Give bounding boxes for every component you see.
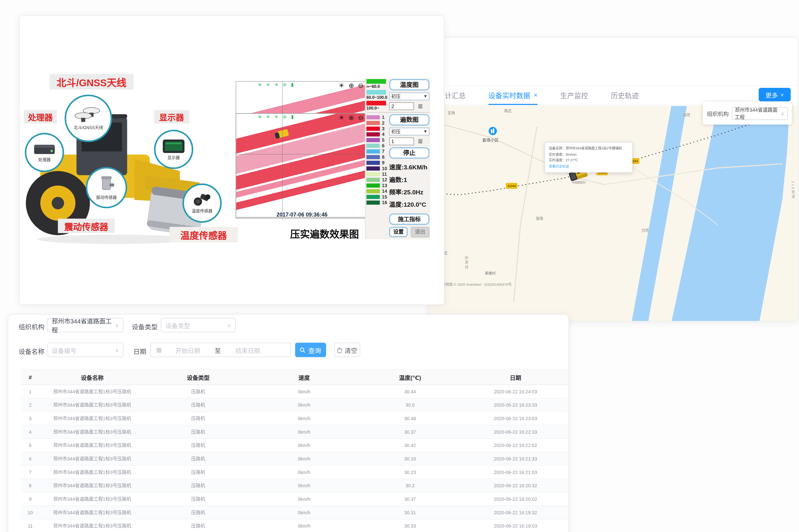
date-filter-label: 日期 <box>133 346 146 356</box>
caption-vibration-sensor: 振动传感器 <box>96 194 117 200</box>
brightness-icon[interactable]: ☀ <box>339 81 346 89</box>
table-row[interactable]: 8邳州市344省道路面工程1标3号压路机压路机0km/h30.22020-06-… <box>21 479 568 492</box>
zoom-out-icon[interactable]: ⊖ <box>358 114 365 121</box>
tooltip-temperature: 实时温度：27.27℃ <box>549 157 628 163</box>
pass-color-swatch <box>366 155 380 159</box>
more-button[interactable]: 更多 ∨ <box>759 88 791 101</box>
vibration-sensor-icon <box>97 175 116 194</box>
temp-map-button[interactable]: 温度图 <box>389 79 430 90</box>
callout-processor: 处理器 <box>24 110 57 124</box>
river-wide <box>671 106 788 321</box>
pass-color-swatch <box>366 121 380 125</box>
chevron-down-icon: ∨ <box>780 92 784 97</box>
brightness-icon[interactable]: ☀ <box>339 114 346 121</box>
compaction-screen-inset: ≋ ✳ ✳ ⊘ ▮ ☀ ⊕ ⊖ <box>235 113 382 217</box>
poi-marker[interactable] <box>489 127 497 137</box>
settings-button[interactable]: 设置 <box>389 227 408 237</box>
table-row[interactable]: 6邳州市344省道路面工程1标3号压路机压路机0km/h30.332020-06… <box>21 452 568 466</box>
tab-close-icon[interactable]: × <box>534 91 537 98</box>
callout-temperature-sensor: 温度传感器 <box>169 227 238 243</box>
zoom-out-icon[interactable]: ⊖ <box>358 81 365 89</box>
pass-map-button[interactable]: 遍数图 <box>389 114 430 126</box>
name-filter-select[interactable]: 设备编号 ∨ <box>47 343 123 357</box>
org-filter-label: 组织机构 <box>19 322 44 331</box>
table-row[interactable]: 1邳州市344省道路面工程1标3号压路机压路机0km/h30.442020-06… <box>21 385 568 398</box>
search-button[interactable]: 查询 <box>295 343 326 357</box>
tab-production-monitor[interactable]: 生产监控 <box>560 86 588 105</box>
temperature-sensor-icon <box>192 193 212 207</box>
exit-button[interactable]: 退出 <box>411 227 430 237</box>
road-label-vertical: 213省道 <box>790 181 795 199</box>
speed-readout: 速度:3.6KM/h <box>389 162 430 171</box>
temperature-scale: ∞~60.0 60.0~100.0 100.0~ <box>366 79 388 112</box>
pass-readout: 遍数:1 <box>389 175 430 184</box>
device-circle-display: 显示器 <box>154 130 193 169</box>
table-row[interactable]: 2邳州市344省道路面工程1标3号压路机压路机0km/h30.52020-06-… <box>21 398 568 412</box>
table-row[interactable]: 5邳州市344省道路面工程1标3号压路机压路机0km/h30.422020-06… <box>21 439 568 452</box>
tooltip-speed: 实时速度：0m/min <box>549 151 628 157</box>
pass-color-swatch <box>366 126 380 131</box>
place-label: 闵河 <box>683 112 690 117</box>
place-label: 力河 <box>641 227 648 232</box>
map-canvas[interactable]: 王场 陈庄 闵河 袁场村 张场 力河 魏庄 杲楼村 新栗线 213省道 S344… <box>429 106 798 321</box>
layer-input[interactable]: 2 <box>389 102 414 110</box>
compaction-stripes <box>236 114 382 217</box>
calendar-icon: ▦ <box>156 346 162 354</box>
construction-indicator-button[interactable]: 施工指标 <box>389 213 430 225</box>
pressure-stage-select[interactable]: 初压 ▼ <box>389 128 430 135</box>
table-header-row: # 设备名称 设备类型 速度 温度(℃) 日期 <box>21 369 568 385</box>
date-range-input[interactable]: ▦ 开始日期 至 结束日期 <box>150 343 291 357</box>
pass-color-swatch <box>366 189 380 193</box>
wifi-icon: ≋ <box>258 114 263 119</box>
map-panel: 统计汇总 设备实时数据 × 生产监控 历史轨迹 更多 ∨ 王场 陈庄 <box>428 37 798 322</box>
frequency-readout: 频率:25.0Hz <box>389 187 430 196</box>
org-filter-select[interactable]: 邳州市344省道路面工程 ∨ <box>47 318 123 332</box>
table-row[interactable]: 3邳州市344省道路面工程1标3号压路机压路机0km/h30.482020-06… <box>21 412 568 425</box>
satellite-icon: ✳ <box>266 82 271 88</box>
layer-input[interactable]: 1 <box>389 137 414 145</box>
dropdown-triangle-icon: ▼ <box>423 94 427 99</box>
org-select[interactable]: 邳州市344省道路面工程 ∨ <box>732 107 788 119</box>
building-icon <box>489 127 497 135</box>
temp-scale-swatch <box>366 79 386 84</box>
device-tooltip: 设备名称：邳州市344省道路面工程1标2号摊铺机 实时速度：0m/min 实时温… <box>545 142 633 172</box>
pressure-stage-select[interactable]: 初压 ▼ <box>389 93 430 100</box>
search-icon <box>300 347 305 353</box>
satellite-icon: ✳ <box>274 114 280 119</box>
table-row[interactable]: 9邳州市344省道路面工程1标3号压路机压路机0km/h30.372020-06… <box>21 492 568 506</box>
tab-history-track[interactable]: 历史轨迹 <box>611 86 639 105</box>
table-row[interactable]: 11邳州市344省道路面工程1标3号压路机压路机0km/h30.332020-0… <box>21 519 568 532</box>
history-track-link[interactable]: 查看历史轨迹 <box>549 163 628 169</box>
pass-color-swatch <box>366 172 380 176</box>
pass-color-swatch <box>366 132 380 136</box>
table-row[interactable]: 7邳州市344省道路面工程1标3号压路机压路机0km/h30.232020-06… <box>21 466 568 479</box>
org-filter-label: 组织机构 <box>707 109 729 117</box>
status-icon-row: ≋ ✳ ✳ ⊘ ▮ <box>258 114 295 119</box>
place-label: 王场 <box>448 110 455 115</box>
pass-color-swatch <box>366 160 380 165</box>
zoom-in-icon[interactable]: ⊕ <box>348 114 355 121</box>
table-row[interactable]: 10邳州市344省道路面工程1标3号压路机压路机0km/h30.312020-0… <box>21 506 568 519</box>
table-row[interactable]: 4邳州市344省道路面工程1标3号压路机压路机0km/h30.372020-06… <box>21 425 568 439</box>
end-date-placeholder: 结束日期 <box>235 346 260 355</box>
pass-color-swatch <box>366 138 380 142</box>
name-filter-label: 设备名称 <box>19 346 44 356</box>
display-icon <box>162 138 186 154</box>
pass-color-swatch <box>366 149 380 153</box>
caption-temperature-sensor: 温度传感器 <box>192 208 212 213</box>
caption-processor: 处理器 <box>38 157 51 162</box>
stop-button[interactable]: 停止 <box>389 147 430 159</box>
device-circle-antenna: 北斗/GNSS天线 <box>64 95 112 142</box>
tab-realtime-data[interactable]: 设备实时数据 × <box>489 86 537 105</box>
zoom-in-icon[interactable]: ⊕ <box>348 81 355 89</box>
type-filter-select[interactable]: 设备类型 ∨ <box>161 318 236 332</box>
place-label: 张场 <box>536 215 543 221</box>
chevron-down-icon: ∨ <box>115 322 119 328</box>
clear-button[interactable]: 清空 <box>335 343 360 357</box>
place-label: 杲楼村 <box>485 270 496 276</box>
compaction-legend: ∞~60.0 60.0~100.0 100.0~ 温度图 初压 ▼ 2 层 <box>365 78 430 239</box>
tooltip-device-name: 设备名称：邳州市344省道路面工程1标2号摊铺机 <box>549 145 628 151</box>
device-circle-temperature-sensor: 温度传感器 <box>183 184 222 223</box>
pass-color-swatch <box>366 115 380 119</box>
pass-color-swatch <box>366 183 380 187</box>
